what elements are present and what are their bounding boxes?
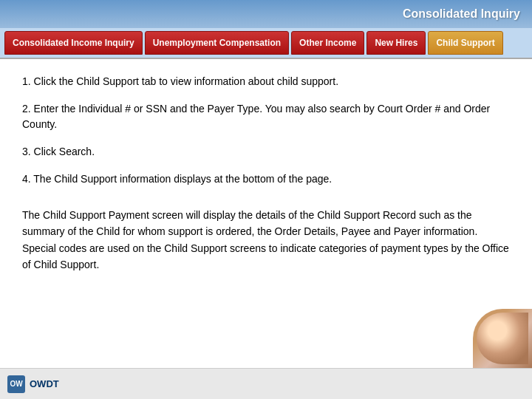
main-paragraph: The Child Support Payment screen will di… bbox=[22, 207, 510, 273]
instruction-2: 2. Enter the Individual # or SSN and the… bbox=[22, 101, 510, 132]
tab-bar: Consolidated Income Inquiry Unemployment… bbox=[0, 28, 532, 59]
corner-image-inner bbox=[477, 313, 528, 364]
instruction-4-text: The Child Support information displays a… bbox=[33, 173, 332, 185]
tab-new-hires[interactable]: New Hires bbox=[366, 31, 426, 55]
header-bar: Consolidated Inquiry bbox=[0, 0, 532, 28]
instruction-1: 1. Click the Child Support tab to view i… bbox=[22, 74, 510, 89]
footer: OW OWDT bbox=[0, 368, 532, 399]
footer-icon: OW bbox=[7, 375, 25, 393]
instruction-2-text: Enter the Individual # or SSN and the Pa… bbox=[22, 103, 490, 130]
main-content: 1. Click the Child Support tab to view i… bbox=[0, 59, 532, 369]
instruction-4-number: 4. bbox=[22, 173, 33, 185]
tab-unemployment[interactable]: Unemployment Compensation bbox=[145, 31, 289, 55]
instruction-3-text: Click Search. bbox=[34, 146, 95, 157]
instruction-3: 3. Click Search. bbox=[22, 144, 510, 160]
instruction-2-number: 2. bbox=[22, 103, 34, 115]
instruction-3-number: 3. bbox=[22, 146, 34, 157]
tab-child-support[interactable]: Child Support bbox=[428, 31, 502, 55]
instruction-4: 4. The Child Support information display… bbox=[22, 171, 510, 187]
footer-logo: OWDT bbox=[30, 378, 59, 389]
instruction-1-number: 1. bbox=[22, 75, 34, 87]
content-divider bbox=[22, 199, 510, 200]
corner-image bbox=[473, 309, 532, 368]
instruction-1-text: Click the Child Support tab to view info… bbox=[34, 75, 338, 87]
tab-other-income[interactable]: Other Income bbox=[291, 31, 364, 55]
tab-consolidated-income[interactable]: Consolidated Income Inquiry bbox=[4, 31, 143, 55]
page-title: Consolidated Inquiry bbox=[403, 7, 520, 21]
